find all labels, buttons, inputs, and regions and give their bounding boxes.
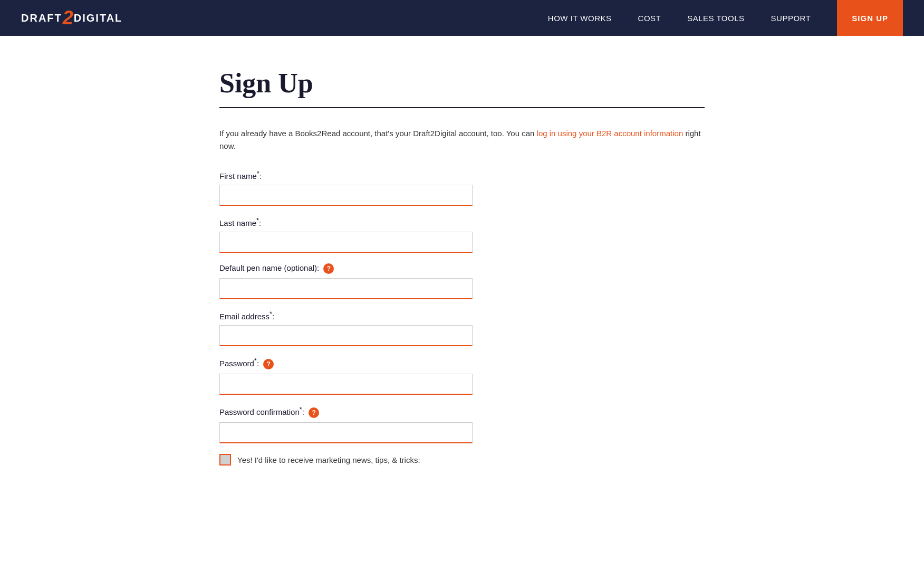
form-group-last-name: Last name*:	[219, 216, 473, 253]
form-group-pen-name: Default pen name (optional): ?	[219, 263, 473, 299]
password-confirmation-input[interactable]	[219, 422, 473, 443]
nav-signup-button[interactable]: SIGN UP	[837, 0, 903, 36]
pen-name-input[interactable]	[219, 278, 473, 299]
signup-form: First name*: Last name*: Default pen nam…	[219, 169, 473, 466]
label-colon-password: :	[257, 359, 259, 368]
logo[interactable]: DRAFT 2 DIGITAL	[21, 8, 122, 27]
label-last-name: Last name*:	[219, 216, 473, 227]
nav-link-sales-tools[interactable]: SALES TOOLS	[687, 14, 744, 23]
password-help-icon[interactable]: ?	[263, 359, 274, 369]
form-group-password-confirmation: Password confirmation*: ?	[219, 405, 473, 443]
form-group-password: Password*: ?	[219, 357, 473, 395]
label-last-name-text: Last name	[219, 218, 256, 227]
label-password: Password*: ?	[219, 357, 473, 369]
page-title: Sign Up	[219, 68, 705, 99]
label-colon-last-name: :	[259, 218, 261, 227]
main-content: Sign Up If you already have a Books2Read…	[146, 36, 778, 508]
nav-link-how-it-works[interactable]: HOW IT WORKS	[548, 14, 612, 23]
marketing-checkbox-row: Yes! I'd like to receive marketing news,…	[219, 454, 473, 466]
logo-number: 2	[63, 8, 73, 27]
nav-link-cost[interactable]: COST	[638, 14, 661, 23]
label-password-confirmation-text: Password confirmation	[219, 407, 300, 416]
label-email-text: Email address	[219, 312, 270, 321]
label-colon-password-confirmation: :	[302, 407, 304, 416]
first-name-input[interactable]	[219, 185, 473, 206]
intro-text-before: If you already have a Books2Read account…	[219, 129, 537, 138]
label-first-name-text: First name	[219, 172, 257, 180]
password-input[interactable]	[219, 374, 473, 395]
label-first-name: First name*:	[219, 169, 473, 180]
intro-paragraph: If you already have a Books2Read account…	[219, 127, 705, 153]
marketing-checkbox[interactable]	[219, 454, 231, 466]
label-password-confirmation: Password confirmation*: ?	[219, 405, 473, 418]
nav-link-support[interactable]: SUPPORT	[771, 14, 811, 23]
form-group-email: Email address*:	[219, 310, 473, 346]
password-confirmation-help-icon[interactable]: ?	[309, 407, 319, 418]
navigation: DRAFT 2 DIGITAL HOW IT WORKS COST SALES …	[0, 0, 924, 36]
last-name-input[interactable]	[219, 232, 473, 253]
nav-links-container: HOW IT WORKS COST SALES TOOLS SUPPORT SI…	[548, 0, 903, 36]
form-group-first-name: First name*:	[219, 169, 473, 206]
label-email: Email address*:	[219, 310, 473, 321]
label-colon-email: :	[272, 312, 274, 321]
email-input[interactable]	[219, 325, 473, 346]
logo-digital: DIGITAL	[74, 12, 123, 24]
label-password-text: Password	[219, 359, 254, 368]
label-pen-name-text: Default pen name (optional):	[219, 263, 319, 272]
pen-name-help-icon[interactable]: ?	[323, 263, 334, 274]
title-divider	[219, 107, 705, 108]
b2r-login-link[interactable]: log in using your B2R account informatio…	[537, 129, 684, 138]
label-colon-first-name: :	[259, 172, 262, 180]
label-pen-name: Default pen name (optional): ?	[219, 263, 473, 274]
logo-draft: DRAFT	[21, 12, 62, 24]
marketing-checkbox-label: Yes! I'd like to receive marketing news,…	[237, 455, 420, 464]
